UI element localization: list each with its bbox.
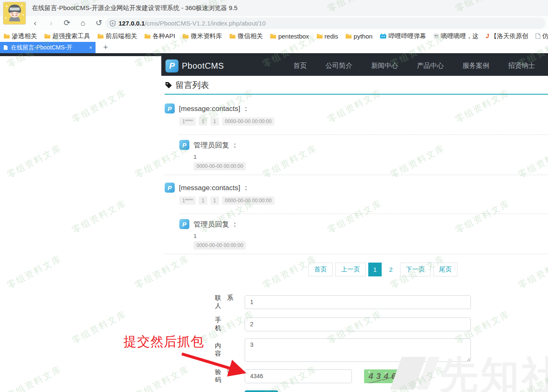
url-path: /cms/PbootCMS-V1.2.1/index.php/about/10 — [145, 20, 266, 27]
nav-item-about[interactable]: 公司简介 — [326, 62, 352, 70]
bookmark-item[interactable]: 仿站工具箱 - — [535, 32, 548, 40]
message-time-badge: 0000-00-00 00:00:00 — [222, 117, 274, 126]
bookmark-item[interactable]: J 【洛天依原创 — [486, 32, 528, 40]
annotation-arrow-icon — [176, 350, 264, 385]
bookmark-item[interactable]: pentestbox — [270, 33, 309, 40]
watermark-text: 零组资料文库 — [5, 142, 64, 181]
pbootcms-logo-icon: P — [179, 140, 189, 150]
bilibili-icon — [380, 33, 387, 39]
tab-online-message[interactable]: 在线留言-PbootCMS-开 × — [0, 42, 96, 53]
page-prev-button[interactable]: 上一页 — [335, 263, 366, 276]
refresh-icon[interactable]: ⟳ — [62, 17, 72, 29]
home-icon[interactable]: ⌂ — [78, 17, 88, 29]
tag-icon — [165, 81, 173, 89]
folder-icon — [97, 34, 104, 39]
message-badge: 1 — [199, 196, 207, 205]
reply-time-badge: 0000-00-00 00:00:00 — [194, 241, 246, 250]
screen: 先知社区 在线留言-PbootCMS-开源企业网站开发建设管理系统 - 360极… — [0, 0, 548, 392]
shield-icon — [110, 20, 116, 27]
bookmark-item[interactable]: 超强搜索工具 — [44, 32, 90, 40]
nav-item-home[interactable]: 首页 — [293, 62, 307, 70]
message-contact-badge: 1**** — [179, 196, 196, 205]
message-divider — [165, 254, 548, 254]
bookmark-item[interactable]: 前后端相关 — [97, 32, 137, 40]
url-host: 127.0.0.1 — [119, 20, 145, 27]
page-content: 留言列表 P [message:contacts] ： 1**** 1 1 00… — [165, 80, 548, 392]
reply-time-badge: 0000-00-00 00:00:00 — [194, 162, 246, 170]
page-1-button[interactable]: 1 — [368, 263, 382, 276]
nav-item-cases[interactable]: 服务案例 — [463, 62, 489, 70]
reply-text: 1 — [194, 233, 548, 239]
folder-icon — [316, 34, 323, 39]
message-time-badge: 0000-00-00 00:00:00 — [222, 196, 274, 205]
folder-icon — [182, 34, 189, 39]
message-badge: 1 — [210, 196, 219, 205]
reply-divider — [179, 214, 548, 214]
folder-icon — [270, 34, 277, 39]
reply-divider — [179, 134, 548, 135]
address-bar[interactable]: 127.0.0.1/cms/PbootCMS-V1.2.1/index.php/… — [106, 18, 545, 29]
face-icon — [433, 33, 439, 39]
watermark-text: 零组资料文库 — [70, 87, 129, 125]
new-tab-icon[interactable]: + — [100, 42, 111, 53]
bookmark-item[interactable]: 微米资料库 — [182, 32, 222, 40]
nav-item-products[interactable]: 产品中心 — [417, 62, 444, 70]
page-next-button[interactable]: 下一页 — [400, 263, 431, 276]
nav-item-jobs[interactable]: 招贤纳士 — [508, 62, 535, 70]
page-2-button[interactable]: 2 — [384, 263, 398, 276]
user-avatar[interactable] — [3, 2, 26, 24]
pbootcms-logo-icon: P — [165, 103, 175, 113]
folder-icon — [229, 34, 236, 39]
site-brand[interactable]: P PbootCMS — [165, 59, 224, 72]
bookmarks-bar: 渗透相关 超强搜索工具 前后端相关 各种API 微米资料库 微信相关 pente… — [0, 30, 548, 42]
pbootcms-logo-icon: P — [179, 219, 189, 229]
tabstrip-divider — [0, 53, 548, 56]
pbootcms-logo-icon: P — [165, 59, 178, 72]
bookmark-item[interactable]: 各种API — [144, 32, 175, 40]
page-icon — [535, 33, 540, 39]
forward-icon[interactable]: › — [46, 17, 56, 29]
message-meta: 1**** 1 1 0000-00-00 00:00:00 — [179, 196, 548, 205]
message-badge: 1 — [199, 117, 207, 126]
reply-title: 管理员回复 ： — [194, 140, 238, 150]
message-title: [message:contacts] ： — [179, 183, 249, 193]
reply-text: 1 — [194, 154, 548, 160]
phone-label: 手 机 — [215, 316, 233, 332]
watermark-text: 零组资料文库 — [70, 308, 129, 346]
nav-item-news[interactable]: 新闻中心 — [371, 62, 398, 70]
site-header: P PbootCMS 首页 公司简介 新闻中心 产品中心 服务案例 招贤纳士 — [161, 56, 548, 76]
phone-input[interactable] — [245, 317, 471, 331]
content-textarea[interactable]: 3 — [245, 338, 471, 362]
submit-message-button[interactable]: 提交留言 — [245, 390, 278, 392]
site-nav: 首页 公司简介 新闻中心 产品中心 服务案例 招贤纳士 — [293, 56, 535, 76]
page-last-button[interactable]: 尾页 — [433, 263, 458, 276]
contact-input[interactable] — [245, 295, 471, 309]
watermark-text: 零组资料文库 — [0, 87, 1, 125]
close-icon[interactable]: × — [89, 44, 92, 51]
message-divider — [165, 175, 548, 175]
watermark-text: 零组资料文库 — [0, 197, 1, 236]
back-icon[interactable]: ‹ — [30, 17, 40, 29]
browser-titlebar: 在线留言-PbootCMS-开源企业网站开发建设管理系统 - 360极速浏览器 … — [0, 0, 548, 16]
message-item: P [message:contacts] ： 1**** 1 1 0000-00… — [165, 183, 548, 254]
message-contact-badge: 1**** — [179, 117, 196, 126]
bookmark-item[interactable]: 微信相关 — [229, 32, 263, 40]
bookmark-item[interactable]: 渗透相关 — [3, 32, 37, 40]
bookmark-item[interactable]: redis — [316, 33, 339, 40]
undo-icon[interactable]: ↺ — [94, 17, 104, 29]
browser-address-row: ‹ › ⟳ ⌂ ↺ 127.0.0.1/cms/PbootCMS-V1.2.1/… — [0, 16, 548, 30]
watermark-text: 零组资料文库 — [0, 308, 1, 346]
bookmark-item[interactable]: python — [345, 33, 372, 40]
tab-title: 在线留言-PbootCMS-开 — [11, 44, 72, 52]
captcha-image[interactable]: 4346 — [364, 369, 401, 383]
bookmark-item[interactable]: 嘀哩嘀哩，这 — [433, 32, 478, 40]
page-icon — [3, 45, 8, 50]
watermark-text: 零组资料文库 — [5, 253, 64, 291]
page-first-button[interactable]: 首页 — [308, 263, 333, 276]
url-text: 127.0.0.1/cms/PbootCMS-V1.2.1/index.php/… — [119, 20, 266, 27]
section-title: 留言列表 — [176, 80, 209, 91]
bookmark-item[interactable]: 哔哩哔哩弹幕 — [380, 32, 426, 40]
watermark-text: 零组资料文库 — [70, 197, 129, 236]
tab-strip: 在线留言-PbootCMS-开 × + — [0, 42, 548, 53]
contact-label: 联系人 — [215, 294, 233, 310]
